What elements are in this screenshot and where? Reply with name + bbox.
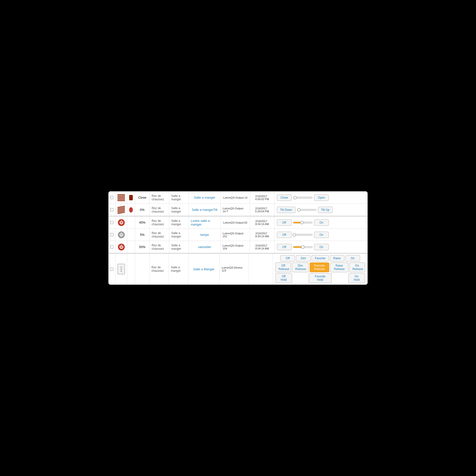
row-checkbox[interactable] [109, 229, 116, 241]
room-label: Salle a manger [169, 254, 188, 285]
room-label: Salle a manger [169, 217, 189, 228]
color-cell [127, 241, 135, 253]
power-icon-cell: ⏻ [116, 241, 127, 253]
off-button[interactable]: Off [277, 220, 291, 226]
on-btn[interactable]: On [345, 255, 360, 261]
row-checkbox[interactable] [109, 241, 116, 253]
dimmer-controls: Off On [274, 229, 367, 241]
off-btn[interactable]: Off [280, 255, 295, 261]
dim-slider[interactable] [293, 221, 313, 223]
tilt-controls: Tilt Down Tilt Up [274, 204, 367, 216]
power-icon-cell: ⏻ [116, 229, 127, 241]
status-text: 45% [135, 217, 150, 228]
power-icon: ⏻ [118, 244, 125, 251]
room-label: Salle a manger [169, 204, 189, 216]
status-text [135, 254, 150, 285]
tilt-down-button[interactable]: Tilt Down [277, 207, 295, 213]
room-label: Salle a manger [169, 229, 189, 241]
device-name[interactable]: Salle a Manger [188, 254, 220, 285]
power-icon-cell: ⏻ [116, 217, 127, 228]
favorite-btn[interactable]: Favorite [312, 255, 328, 261]
row-checkbox[interactable] [109, 254, 116, 285]
room-label: Salle a manger [169, 191, 189, 204]
dim-slider[interactable] [293, 234, 313, 236]
table-row-device: Rez de chaussez Salle a manger Salle a M… [109, 254, 367, 285]
blind-controls: Close Open [274, 191, 367, 204]
device-row-1: Off Dim Favorite Raise On [280, 255, 360, 261]
on-release-btn[interactable]: On Release [349, 262, 365, 272]
output-id: LutronQS-Output-14-T [221, 204, 250, 216]
status-text: Close [135, 191, 150, 204]
open-button[interactable]: Open [314, 194, 329, 201]
floor-label: Rez de chaussez [150, 229, 169, 241]
blind-icon [116, 191, 127, 204]
floor-label: Rez de chaussez [150, 254, 169, 285]
on-button[interactable]: On [314, 232, 329, 238]
power-icon: ⏻ [118, 231, 125, 238]
position-slider[interactable] [293, 197, 313, 199]
table-row: 0% Rez de chaussez Salle a manger Salle … [109, 204, 367, 216]
output-id: LutronQS-Output-152 [221, 229, 250, 241]
dim-release-btn[interactable]: Dim Release [292, 262, 309, 272]
dimmer-controls: Off On [274, 217, 367, 228]
dim-slider[interactable] [293, 246, 313, 248]
date-time [249, 254, 273, 285]
date-time: 2/16/2017 5:26:04 PM [250, 204, 274, 216]
date-time: 2/16/2017 8:34:14 AM [250, 217, 274, 228]
status-text: 5% [135, 229, 150, 241]
date-time: 2/16/2017 8:34:14 AM [250, 229, 274, 241]
favorite-release-btn[interactable]: Favorite Release [310, 262, 329, 272]
floor-label: Rez de chaussez [150, 191, 169, 204]
device-controls: Off Dim Favorite Raise On Off Release Di… [273, 254, 367, 285]
room-label: Salle a manger [169, 241, 189, 253]
date-time: 2/16/2017 4:56:02 PM [250, 191, 274, 204]
color-indicator [127, 204, 135, 216]
raise-btn[interactable]: Raise [330, 255, 344, 261]
color-indicator [127, 191, 135, 204]
output-id: LutronQS-Output-14 [221, 191, 250, 204]
row-checkbox[interactable] [109, 217, 116, 228]
blind-tilt-icon [116, 204, 127, 216]
device-name[interactable]: vaisselier [189, 241, 221, 253]
device-table: Close Rez de chaussez Salle a manger Sal… [108, 191, 368, 285]
table-row: ⏻ 50% Rez de chaussez Salle a manger vai… [109, 241, 367, 253]
dimmer-controls: Off On [274, 241, 367, 253]
status-text: 0% [135, 204, 150, 216]
device-name[interactable]: lampe [189, 229, 221, 241]
row-checkbox[interactable] [109, 191, 116, 204]
color-cell [127, 254, 135, 285]
floor-label: Rez de chaussez [150, 204, 169, 216]
dim-btn[interactable]: Dim [296, 255, 311, 261]
device-name[interactable]: Salle a manger [189, 191, 221, 204]
on-button[interactable]: On [314, 220, 329, 226]
off-button[interactable]: Off [277, 244, 291, 250]
table-row: ⏻ 45% Rez de chaussez Salle a manger Lus… [109, 217, 367, 229]
off-button[interactable]: Off [277, 232, 291, 238]
close-button[interactable]: Close [277, 194, 291, 201]
device-row-2: Off Release Dim Release Favorite Release… [275, 262, 365, 272]
tilt-slider[interactable] [297, 209, 317, 211]
off-release-btn[interactable]: Off Release [275, 262, 291, 272]
on-button[interactable]: On [314, 244, 329, 250]
power-icon: ⏻ [118, 219, 125, 226]
color-cell [127, 229, 135, 241]
table-row: Close Rez de chaussez Salle a manger Sal… [109, 191, 367, 204]
row-checkbox[interactable] [109, 204, 116, 216]
raise-release-btn[interactable]: Raise Release [330, 262, 348, 272]
off-hold-btn[interactable]: Off Hold [275, 273, 292, 283]
color-cell [127, 217, 135, 228]
output-id: LutronQS-Device-123 [220, 254, 249, 285]
device-icon [116, 254, 127, 285]
device-row-3: Off Hold Favorite Hold On Hold [275, 273, 365, 283]
date-time: 2/16/2017 8:34:14 AM [250, 241, 274, 253]
output-id: LutronQS-Output-154 [221, 241, 250, 253]
favorite-hold-btn[interactable]: Favorite Hold [309, 273, 332, 283]
device-name[interactable]: Lustre salle a manger [189, 217, 221, 228]
floor-label: Rez de chaussez [150, 217, 169, 228]
device-name[interactable]: Salle a mangerTilt [189, 204, 221, 216]
on-hold-btn[interactable]: On Hold [348, 273, 365, 283]
status-text: 50% [135, 241, 150, 253]
tilt-up-button[interactable]: Tilt Up [318, 207, 333, 213]
table-row: ⏻ 5% Rez de chaussez Salle a manger lamp… [109, 229, 367, 241]
output-id: LutronQS-Output-82 [221, 217, 250, 228]
